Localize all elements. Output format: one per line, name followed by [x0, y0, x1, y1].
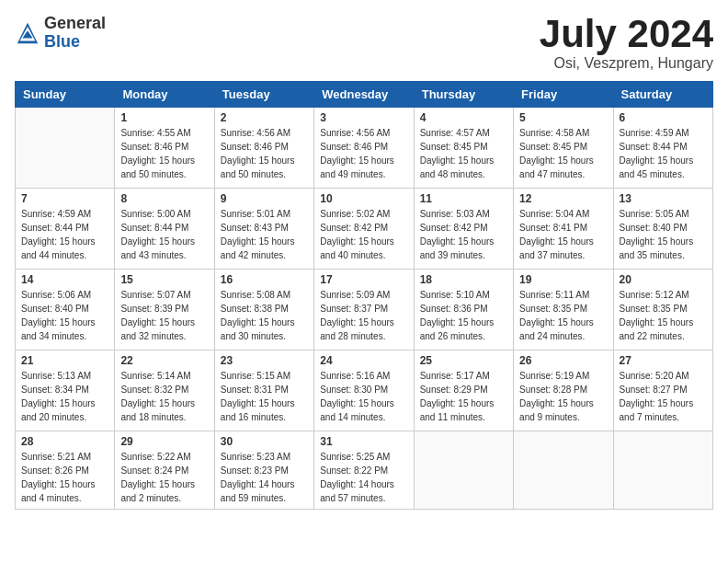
table-row: 1Sunrise: 4:55 AM Sunset: 8:46 PM Daylig… — [115, 108, 214, 189]
day-info: Sunrise: 5:07 AM Sunset: 8:39 PM Dayligh… — [120, 288, 208, 343]
month-title: July 2024 — [540, 15, 713, 53]
table-row: 3Sunrise: 4:56 AM Sunset: 8:46 PM Daylig… — [314, 108, 414, 189]
day-info: Sunrise: 5:25 AM Sunset: 8:22 PM Dayligh… — [320, 450, 407, 505]
day-info: Sunrise: 5:15 AM Sunset: 8:31 PM Dayligh… — [221, 369, 308, 424]
table-row — [613, 431, 712, 510]
table-row: 4Sunrise: 4:57 AM Sunset: 8:45 PM Daylig… — [414, 108, 513, 189]
header-thursday: Thursday — [414, 82, 513, 108]
table-row: 29Sunrise: 5:22 AM Sunset: 8:24 PM Dayli… — [115, 431, 214, 510]
table-row: 17Sunrise: 5:09 AM Sunset: 8:37 PM Dayli… — [314, 270, 414, 350]
table-row: 8Sunrise: 5:00 AM Sunset: 8:44 PM Daylig… — [115, 189, 214, 270]
day-number: 13 — [620, 192, 707, 205]
day-number: 20 — [620, 273, 707, 286]
table-row: 18Sunrise: 5:10 AM Sunset: 8:36 PM Dayli… — [414, 270, 513, 350]
table-row: 14Sunrise: 5:06 AM Sunset: 8:40 PM Dayli… — [16, 270, 115, 350]
calendar-header-row: Sunday Monday Tuesday Wednesday Thursday… — [16, 82, 713, 108]
day-number: 7 — [21, 192, 108, 205]
day-info: Sunrise: 5:08 AM Sunset: 8:38 PM Dayligh… — [221, 288, 308, 343]
day-info: Sunrise: 5:03 AM Sunset: 8:42 PM Dayligh… — [420, 207, 507, 262]
table-row: 24Sunrise: 5:16 AM Sunset: 8:30 PM Dayli… — [314, 350, 414, 431]
day-info: Sunrise: 5:19 AM Sunset: 8:28 PM Dayligh… — [519, 369, 607, 424]
day-info: Sunrise: 4:55 AM Sunset: 8:46 PM Dayligh… — [120, 126, 208, 181]
day-number: 22 — [120, 354, 208, 367]
day-number: 17 — [320, 273, 407, 286]
table-row: 7Sunrise: 4:59 AM Sunset: 8:44 PM Daylig… — [16, 189, 115, 270]
day-number: 27 — [620, 354, 707, 367]
day-info: Sunrise: 4:56 AM Sunset: 8:46 PM Dayligh… — [320, 126, 407, 181]
day-info: Sunrise: 5:17 AM Sunset: 8:29 PM Dayligh… — [420, 369, 507, 424]
header-monday: Monday — [115, 82, 214, 108]
day-number: 18 — [420, 273, 507, 286]
table-row: 25Sunrise: 5:17 AM Sunset: 8:29 PM Dayli… — [414, 350, 513, 431]
day-info: Sunrise: 5:21 AM Sunset: 8:26 PM Dayligh… — [21, 450, 108, 505]
table-row: 15Sunrise: 5:07 AM Sunset: 8:39 PM Dayli… — [115, 270, 214, 350]
day-info: Sunrise: 5:20 AM Sunset: 8:27 PM Dayligh… — [620, 369, 707, 424]
day-info: Sunrise: 5:23 AM Sunset: 8:23 PM Dayligh… — [221, 450, 308, 505]
day-number: 29 — [120, 435, 208, 448]
day-number: 15 — [120, 273, 208, 286]
day-info: Sunrise: 5:00 AM Sunset: 8:44 PM Dayligh… — [120, 207, 208, 262]
day-number: 19 — [519, 273, 607, 286]
day-info: Sunrise: 4:57 AM Sunset: 8:45 PM Dayligh… — [420, 126, 507, 181]
logo-general-text: General — [44, 15, 106, 33]
day-number: 12 — [519, 192, 607, 205]
logo-blue-text: Blue — [44, 33, 106, 52]
day-info: Sunrise: 4:59 AM Sunset: 8:44 PM Dayligh… — [21, 207, 108, 262]
day-number: 26 — [519, 354, 607, 367]
day-number: 2 — [221, 111, 308, 124]
day-number: 10 — [320, 192, 407, 205]
table-row: 12Sunrise: 5:04 AM Sunset: 8:41 PM Dayli… — [514, 189, 613, 270]
day-info: Sunrise: 5:06 AM Sunset: 8:40 PM Dayligh… — [21, 288, 108, 343]
table-row — [514, 431, 613, 510]
calendar-table: Sunday Monday Tuesday Wednesday Thursday… — [15, 81, 713, 510]
day-info: Sunrise: 5:12 AM Sunset: 8:35 PM Dayligh… — [620, 288, 707, 343]
table-row: 28Sunrise: 5:21 AM Sunset: 8:26 PM Dayli… — [16, 431, 115, 510]
table-row: 16Sunrise: 5:08 AM Sunset: 8:38 PM Dayli… — [214, 270, 313, 350]
day-info: Sunrise: 5:16 AM Sunset: 8:30 PM Dayligh… — [320, 369, 407, 424]
table-row: 10Sunrise: 5:02 AM Sunset: 8:42 PM Dayli… — [314, 189, 414, 270]
day-info: Sunrise: 5:11 AM Sunset: 8:35 PM Dayligh… — [519, 288, 607, 343]
day-number: 8 — [120, 192, 208, 205]
day-number: 31 — [320, 435, 407, 448]
day-info: Sunrise: 5:01 AM Sunset: 8:43 PM Dayligh… — [221, 207, 308, 262]
table-row: 5Sunrise: 4:58 AM Sunset: 8:45 PM Daylig… — [514, 108, 613, 189]
day-number: 5 — [519, 111, 607, 124]
table-row: 30Sunrise: 5:23 AM Sunset: 8:23 PM Dayli… — [214, 431, 313, 510]
day-info: Sunrise: 5:09 AM Sunset: 8:37 PM Dayligh… — [320, 288, 407, 343]
day-info: Sunrise: 5:04 AM Sunset: 8:41 PM Dayligh… — [519, 207, 607, 262]
day-number: 9 — [221, 192, 308, 205]
header-friday: Friday — [514, 82, 613, 108]
day-number: 24 — [320, 354, 407, 367]
day-number: 1 — [120, 111, 208, 124]
day-number: 23 — [221, 354, 308, 367]
day-info: Sunrise: 5:02 AM Sunset: 8:42 PM Dayligh… — [320, 207, 407, 262]
table-row: 31Sunrise: 5:25 AM Sunset: 8:22 PM Dayli… — [314, 431, 414, 510]
day-number: 30 — [221, 435, 308, 448]
table-row: 27Sunrise: 5:20 AM Sunset: 8:27 PM Dayli… — [613, 350, 712, 431]
table-row: 21Sunrise: 5:13 AM Sunset: 8:34 PM Dayli… — [16, 350, 115, 431]
table-row: 9Sunrise: 5:01 AM Sunset: 8:43 PM Daylig… — [214, 189, 313, 270]
table-row — [16, 108, 115, 189]
table-row: 13Sunrise: 5:05 AM Sunset: 8:40 PM Dayli… — [613, 189, 712, 270]
day-number: 11 — [420, 192, 507, 205]
table-row — [414, 431, 513, 510]
day-info: Sunrise: 5:05 AM Sunset: 8:40 PM Dayligh… — [620, 207, 707, 262]
table-row: 19Sunrise: 5:11 AM Sunset: 8:35 PM Dayli… — [514, 270, 613, 350]
day-number: 14 — [21, 273, 108, 286]
day-number: 28 — [21, 435, 108, 448]
table-row: 6Sunrise: 4:59 AM Sunset: 8:44 PM Daylig… — [613, 108, 712, 189]
day-info: Sunrise: 5:13 AM Sunset: 8:34 PM Dayligh… — [21, 369, 108, 424]
day-info: Sunrise: 4:56 AM Sunset: 8:46 PM Dayligh… — [221, 126, 308, 181]
day-number: 4 — [420, 111, 507, 124]
day-info: Sunrise: 5:10 AM Sunset: 8:36 PM Dayligh… — [420, 288, 507, 343]
logo-icon — [15, 20, 40, 46]
table-row: 22Sunrise: 5:14 AM Sunset: 8:32 PM Dayli… — [115, 350, 214, 431]
header-tuesday: Tuesday — [214, 82, 313, 108]
day-info: Sunrise: 4:59 AM Sunset: 8:44 PM Dayligh… — [620, 126, 707, 181]
day-number: 3 — [320, 111, 407, 124]
table-row: 11Sunrise: 5:03 AM Sunset: 8:42 PM Dayli… — [414, 189, 513, 270]
day-number: 21 — [21, 354, 108, 367]
table-row: 2Sunrise: 4:56 AM Sunset: 8:46 PM Daylig… — [214, 108, 313, 189]
table-row: 20Sunrise: 5:12 AM Sunset: 8:35 PM Dayli… — [613, 270, 712, 350]
day-info: Sunrise: 4:58 AM Sunset: 8:45 PM Dayligh… — [519, 126, 607, 181]
